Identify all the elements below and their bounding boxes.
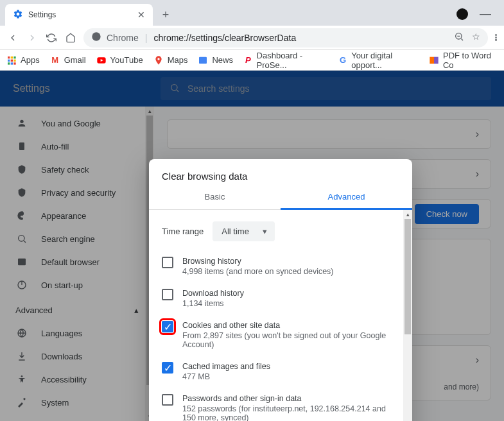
svg-rect-5 xyxy=(8,59,10,61)
settings-gear-icon xyxy=(13,9,23,21)
gmail-icon: M xyxy=(50,55,60,65)
bookmark-dashboard[interactable]: PDashboard - ProSe... xyxy=(243,51,328,70)
dialog-scrollbar[interactable]: ▴ ▾ xyxy=(403,210,412,421)
checkbox-cookies[interactable]: ✓ xyxy=(162,321,173,332)
address-bar[interactable]: Chrome | chrome://settings/clearBrowserD… xyxy=(83,28,488,47)
svg-rect-7 xyxy=(13,59,15,61)
back-button[interactable] xyxy=(6,31,19,44)
chrome-icon xyxy=(91,31,101,44)
zoom-icon[interactable] xyxy=(454,31,464,44)
google-g-icon: G xyxy=(338,55,348,65)
reload-button[interactable] xyxy=(45,31,58,44)
url-protocol: Chrome xyxy=(107,33,139,43)
dialog-title: Clear browsing data xyxy=(149,159,412,185)
youtube-icon xyxy=(96,55,107,65)
option-download-history[interactable]: Download history1,134 items xyxy=(162,282,407,314)
bookmark-maps[interactable]: Maps xyxy=(153,55,188,65)
news-icon xyxy=(198,55,208,65)
clear-browsing-data-dialog: Clear browsing data Basic Advanced Time … xyxy=(149,159,412,421)
svg-rect-10 xyxy=(13,62,15,64)
svg-rect-15 xyxy=(434,56,439,64)
svg-rect-2 xyxy=(8,56,10,58)
minimize-icon[interactable]: — xyxy=(480,7,491,21)
forward-button[interactable] xyxy=(26,31,39,44)
tab-basic[interactable]: Basic xyxy=(149,185,281,209)
svg-rect-3 xyxy=(11,56,13,58)
bookmark-apps[interactable]: Apps xyxy=(6,55,40,65)
option-cookies[interactable]: ✓ Cookies and other site dataFrom 2,897 … xyxy=(162,314,407,356)
close-tab-icon[interactable]: ✕ xyxy=(137,10,145,20)
dialog-body: Time range All time Browsing history4,99… xyxy=(149,210,412,421)
maps-pin-icon xyxy=(153,55,164,65)
scroll-up-icon[interactable]: ▴ xyxy=(403,210,412,219)
bookmark-gmail[interactable]: MGmail xyxy=(50,55,86,65)
bookmark-news[interactable]: News xyxy=(198,55,233,65)
checkbox-cached-images[interactable]: ✓ xyxy=(162,362,173,374)
svg-rect-4 xyxy=(13,56,15,58)
svg-rect-13 xyxy=(199,56,207,64)
checkbox-download-history[interactable] xyxy=(162,289,173,300)
time-range-label: Time range xyxy=(162,227,204,236)
bookmark-star-icon[interactable]: ☆ xyxy=(472,31,480,44)
option-browsing-history[interactable]: Browsing history4,998 items (and more on… xyxy=(162,250,407,282)
apps-grid-icon xyxy=(6,55,17,65)
profile-badge-icon[interactable] xyxy=(456,8,468,20)
time-range-select[interactable]: All time xyxy=(213,221,275,241)
url-path: chrome://settings/clearBrowserData xyxy=(153,33,296,43)
bookmarks-bar: Apps MGmail YouTube Maps News PDashboard… xyxy=(0,50,504,71)
bookmark-digital[interactable]: GYour digital opport... xyxy=(338,51,419,70)
browser-tab[interactable]: Settings ✕ xyxy=(5,4,153,26)
option-cached-images[interactable]: ✓ Cached images and files477 MB xyxy=(162,356,407,388)
svg-rect-8 xyxy=(8,62,10,64)
svg-rect-6 xyxy=(11,59,13,61)
tab-advanced[interactable]: Advanced xyxy=(281,185,412,209)
svg-rect-14 xyxy=(430,56,434,64)
bookmark-youtube[interactable]: YouTube xyxy=(96,55,143,65)
browser-toolbar: Chrome | chrome://settings/clearBrowserD… xyxy=(0,26,504,50)
dialog-tabs: Basic Advanced xyxy=(149,185,412,210)
pinterest-icon: P xyxy=(243,55,253,65)
tab-strip: Settings ✕ + — xyxy=(0,0,504,26)
new-tab-button[interactable]: + xyxy=(157,6,175,24)
settings-page: Settings Search settings You and Google … xyxy=(0,71,504,421)
bookmark-pdf[interactable]: PDF to Word Co xyxy=(429,51,498,70)
checkbox-passwords[interactable] xyxy=(162,394,173,406)
scrollbar-thumb[interactable] xyxy=(404,219,411,334)
pdf-icon xyxy=(429,55,439,65)
extensions-icon[interactable]: ⁝ xyxy=(494,31,498,44)
option-passwords[interactable]: Passwords and other sign-in data152 pass… xyxy=(162,388,407,421)
svg-point-12 xyxy=(157,58,159,60)
home-button[interactable] xyxy=(64,31,77,44)
checkbox-browsing-history[interactable] xyxy=(162,257,173,268)
svg-point-0 xyxy=(92,32,100,40)
tab-title: Settings xyxy=(28,10,56,19)
svg-rect-9 xyxy=(11,62,13,64)
